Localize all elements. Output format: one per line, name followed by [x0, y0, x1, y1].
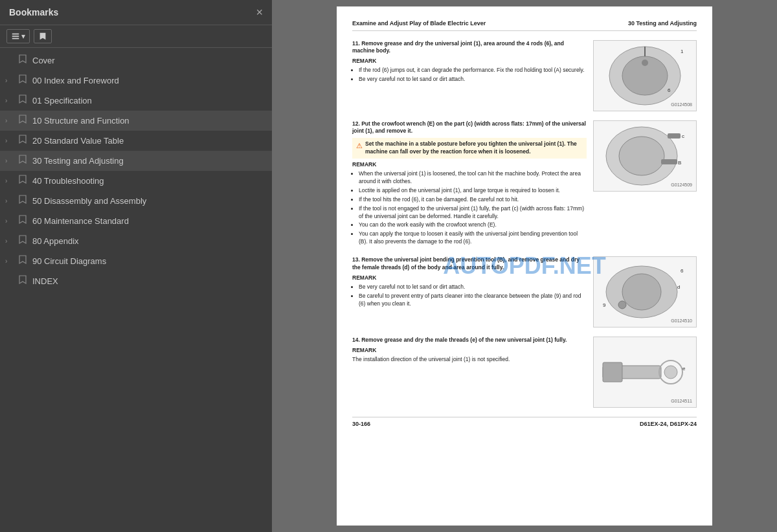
remark-12-b3: If the tool hits the rod (6), it can be …	[359, 196, 587, 204]
bookmark-chevron-10: ›	[5, 117, 16, 124]
svg-text:6: 6	[668, 87, 671, 93]
image-11-svg: 1 6	[596, 43, 693, 108]
bookmark-flag-icon-90	[18, 255, 30, 267]
section-12-image: c B G0124509	[593, 120, 697, 192]
bookmark-chevron-50: ›	[5, 197, 16, 205]
image-12-svg: c B	[596, 120, 693, 192]
svg-rect-2	[12, 38, 19, 39]
svg-rect-22	[603, 362, 622, 382]
remark-11-bullet-2: Be very careful not to let sand or dirt …	[359, 76, 587, 83]
bookmark-label-30: 30 Testing and Adjusting	[32, 156, 265, 166]
section-14: 14. Remove grease and dry the male threa…	[352, 337, 697, 408]
sidebar-title: Bookmarks	[9, 7, 58, 17]
svg-rect-1	[12, 36, 19, 37]
svg-point-16	[622, 274, 661, 310]
bookmark-chevron-01: ›	[5, 97, 16, 104]
bookmark-flag-icon-30	[18, 155, 30, 167]
svg-text:1: 1	[681, 49, 684, 54]
svg-point-24	[664, 366, 677, 379]
image-14-label: G0124511	[671, 398, 692, 405]
bookmark-label-50: 50 Disassembly and Assembly	[32, 196, 265, 206]
bookmark-flag-icon-cover	[18, 54, 30, 67]
svg-point-17	[618, 301, 626, 309]
bookmark-icon	[38, 32, 47, 41]
image-14-svg: e	[596, 343, 693, 401]
sidebar: Bookmarks × ▾ Cover›00 Index and Forewor…	[0, 0, 272, 532]
bookmark-item-90[interactable]: ›90 Circuit Diagrams	[0, 251, 272, 271]
remark-14-label: REMARK	[352, 347, 587, 355]
remark-13-label: REMARK	[352, 274, 587, 282]
warning-icon: ⚠	[356, 141, 363, 151]
warning-12: ⚠ Set the machine in a stable posture be…	[352, 138, 587, 159]
image-13-label: G0124510	[671, 318, 692, 324]
bookmark-item-index[interactable]: INDEX	[0, 271, 272, 291]
bookmark-label-80: 80 Appendix	[32, 236, 265, 246]
bookmark-flag-icon-10	[18, 115, 30, 127]
section-11: 11. Remove grease and dry the universal …	[352, 40, 697, 111]
remark-12-b1: When the universal joint (1) is loosened…	[359, 170, 587, 186]
svg-text:6: 6	[681, 268, 684, 274]
footer-left: 30-166	[352, 420, 370, 428]
svg-text:c: c	[682, 133, 684, 139]
bookmark-item-cover[interactable]: Cover	[0, 50, 272, 71]
sidebar-close-button[interactable]: ×	[256, 6, 263, 18]
bookmark-chevron-90: ›	[5, 258, 16, 265]
remark-14-text: The installation direction of the univer…	[352, 356, 510, 362]
bookmark-chevron-40: ›	[5, 177, 16, 184]
bookmark-flag-icon-00	[18, 74, 30, 87]
list-view-button[interactable]: ▾	[6, 29, 30, 43]
section-13: 13. Remove the universal joint bending p…	[352, 256, 697, 327]
bookmark-chevron-60: ›	[5, 217, 16, 225]
svg-point-10	[619, 137, 664, 175]
bookmark-view-button[interactable]	[34, 29, 52, 43]
step-14-num: 14. Remove grease and dry the male threa…	[352, 337, 587, 344]
remark-12-b2: Loctite is applied on the universal join…	[359, 187, 587, 195]
svg-text:9: 9	[603, 302, 606, 308]
svg-rect-12	[661, 159, 677, 164]
remark-11-bullet-1: If the rod (6) jumps out, it can degrade…	[359, 67, 587, 74]
bookmark-flag-icon-20	[18, 135, 30, 147]
bookmark-item-30[interactable]: ›30 Testing and Adjusting	[0, 151, 272, 171]
remark-11-label: REMARK	[352, 58, 587, 65]
bookmark-chevron-00: ›	[5, 77, 16, 84]
image-11-label: G0124508	[671, 102, 692, 108]
bookmark-item-20[interactable]: ›20 Standard Value Table	[0, 131, 272, 151]
bookmark-flag-icon-01	[18, 94, 30, 107]
bookmark-item-00[interactable]: ›00 Index and Foreword	[0, 71, 272, 91]
bookmark-item-01[interactable]: ›01 Specification	[0, 91, 272, 111]
bookmark-chevron-20: ›	[5, 137, 16, 144]
section-11-text: 11. Remove grease and dry the universal …	[352, 40, 587, 111]
bookmark-item-80[interactable]: ›80 Appendix	[0, 231, 272, 251]
sidebar-header: Bookmarks ×	[0, 0, 272, 25]
header-left: Examine and Adjust Play of Blade Electri…	[352, 19, 486, 28]
main-content-area: Examine and Adjust Play of Blade Electri…	[272, 0, 777, 532]
remark-13-list: Be very careful not to let sand or dirt …	[352, 283, 587, 308]
warning-12-text: Set the machine in a stable posture befo…	[365, 140, 583, 156]
step-11-num: 11. Remove grease and dry the universal …	[352, 40, 587, 56]
bookmark-chevron-80: ›	[5, 238, 16, 245]
section-12: 12. Put the crowfoot wrench (E) on the p…	[352, 120, 697, 247]
svg-rect-0	[12, 34, 19, 35]
bookmark-item-60[interactable]: ›60 Maintenance Standard	[0, 211, 272, 231]
step-12-desc: Put the crowfoot wrench (E) on the part …	[352, 120, 586, 135]
bookmark-item-50[interactable]: ›50 Disassembly and Assembly	[0, 191, 272, 211]
remark-12-b4: If the tool is not engaged to the univer…	[359, 205, 587, 221]
bookmark-label-10: 10 Structure and Function	[32, 116, 265, 126]
svg-text:d: d	[677, 284, 680, 290]
bookmark-label-60: 60 Maintenance Standard	[32, 216, 265, 226]
svg-rect-11	[668, 133, 681, 139]
bookmark-item-40[interactable]: ›40 Troubleshooting	[0, 171, 272, 191]
bookmark-label-40: 40 Troubleshooting	[32, 176, 265, 186]
step-12-num: 12. Put the crowfoot wrench (E) on the p…	[352, 120, 587, 136]
remark-12-b5: You can do the work easily with the crow…	[359, 221, 587, 229]
remark-11-list: If the rod (6) jumps out, it can degrade…	[352, 67, 587, 83]
svg-text:B: B	[678, 160, 681, 166]
svg-text:e: e	[682, 366, 686, 371]
bookmark-label-index: INDEX	[32, 276, 265, 286]
bookmark-label-90: 90 Circuit Diagrams	[32, 256, 265, 266]
bookmark-item-10[interactable]: ›10 Structure and Function	[0, 111, 272, 131]
section-11-image: 1 6 G0124508	[593, 40, 697, 111]
image-12-label: G0124509	[671, 182, 692, 188]
step-13-num: 13. Remove the universal joint bending p…	[352, 256, 587, 272]
bookmark-label-cover: Cover	[32, 56, 265, 65]
